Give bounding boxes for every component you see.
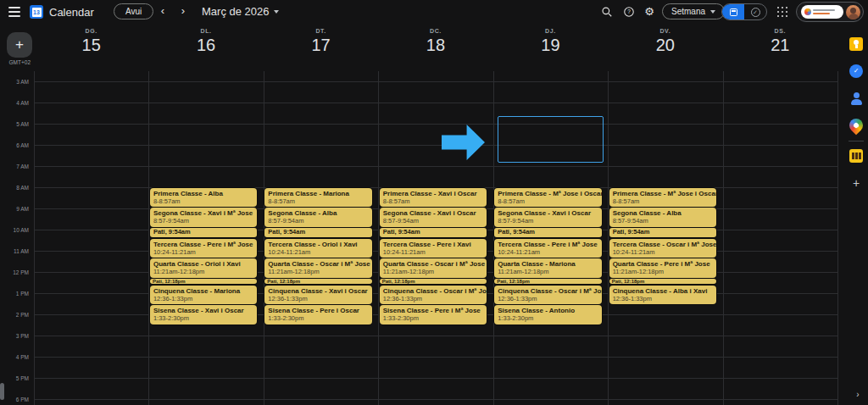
event-time: 11:21am-12:18pm [613,268,713,275]
event-title: Pati, 12:18pm [497,279,598,284]
event-title: Segona Classe - Alba [268,209,368,217]
google-apps-grid-icon[interactable] [777,7,787,17]
event-block[interactable]: Pati, 9:54am [494,228,601,237]
event-time: 8:57-9:54am [383,217,483,225]
event-block[interactable]: Cinquena Classe - Mariona12:36-1:33pm [150,286,257,304]
search-icon[interactable] [601,6,613,18]
day-number[interactable]: 20 [608,36,722,55]
calendar-view-toggle-icon[interactable] [722,4,744,19]
event-block[interactable]: Tercera Classe - Pere i Mª Jose10:24-11:… [150,239,257,258]
account-chip[interactable] [796,2,864,22]
event-block[interactable]: Pati, 9:54am [380,228,487,237]
event-block[interactable]: Pati, 12:18pm [380,279,487,284]
day-number[interactable]: 16 [148,36,263,55]
event-title: Tercera Classe - Oscar i Mª Jose [613,241,713,248]
event-block[interactable]: Sisena Classe - Pere i Mª Jose1:33-2:30p… [380,305,487,324]
day-number[interactable]: 18 [378,36,492,55]
column-gridline [34,71,35,405]
event-block[interactable]: Tercera Classe - Oscar i Mª Jose10:24-11… [609,239,716,258]
event-block[interactable]: Segona Classe - Xavi i Mª Jose8:57-9:54a… [150,208,257,226]
event-block[interactable]: Tercera Classe - Oriol i Xavi10:24-11:21… [264,239,371,258]
collapse-panel-icon[interactable]: › [853,390,863,400]
day-number[interactable]: 17 [264,36,378,55]
day-header-17: DT.17 [264,25,378,66]
column-gridline [723,71,724,405]
today-button[interactable]: Avui [114,3,153,19]
event-block[interactable]: Cinquena Classe - Oscar i Mª Jose12:36-1… [494,286,601,304]
tasks-view-toggle-icon[interactable]: ✓ [744,4,766,19]
event-block[interactable]: Segona Classe - Xavi i Oscar8:57-9:54am [380,208,487,226]
app-title: Calendar [49,6,94,19]
help-icon[interactable]: ? [623,6,635,18]
event-block[interactable]: Quarta Classe - Oriol i Xavi11:21am-12:1… [150,258,257,277]
event-block[interactable]: Cinquena Classe - Alba i Xavi12:36-1:33p… [609,286,716,304]
event-block[interactable]: Primera Classe - Mª Jose i Oscar8-8:57am [609,188,716,207]
day-number[interactable]: 15 [34,36,148,55]
column-gridline [837,71,838,405]
day-name-label: DS. [723,28,837,34]
event-block[interactable]: Quarta Classe - Oscar i Mª Jose11:21am-1… [264,258,371,277]
event-block[interactable]: Segona Classe - Alba8:57-9:54am [264,208,371,226]
event-time: 8-8:57am [383,197,483,205]
event-title: Sisena Classe - Antonio [498,307,598,314]
current-period-selector[interactable]: Març de 2026 [202,5,279,18]
view-selector-dropdown[interactable]: Setmana [662,3,725,19]
event-block[interactable]: Sisena Classe - Xavi i Oscar1:33-2:30pm [150,305,257,324]
event-time: 10:24-11:21am [383,248,483,256]
get-addons-icon[interactable]: + [849,176,863,190]
event-block[interactable]: Cinquena Classe - Xavi i Oscar12:36-1:33… [264,286,371,304]
event-block[interactable]: Pati, 9:54am [609,228,716,237]
event-block[interactable]: Pati, 12:18pm [150,279,257,284]
tasks-icon[interactable]: ✓ [849,64,863,78]
main-menu-icon[interactable] [8,7,20,17]
day-header-20: DV.20 [608,25,722,66]
hour-label: 5 PM [0,375,29,381]
event-block[interactable]: Primera Classe - Xavi i Oscar8-8:57am [380,188,487,207]
user-avatar[interactable] [846,5,860,19]
event-block[interactable]: Pati, 12:18pm [609,279,716,284]
settings-gear-icon[interactable]: ⚙ [643,6,655,18]
highlighted-time-slot[interactable] [498,116,604,163]
event-block[interactable]: Sisena Classe - Pere i Oscar1:33-2:30pm [264,305,371,324]
event-block[interactable]: Pati, 12:18pm [264,279,371,284]
vertical-scrollbar[interactable] [0,383,4,400]
event-block[interactable]: Quarta Classe - Oscar i Mª Jose11:21am-1… [380,258,487,277]
event-title: Segona Classe - Xavi i Oscar [498,209,598,217]
calendar-tasks-toggle[interactable]: ✓ [721,3,767,20]
event-block[interactable]: Primera Classe - Mariona8-8:57am [264,188,371,207]
column-gridline [378,71,379,405]
event-block[interactable]: Tercera Classe - Pere i Xavi10:24-11:21a… [380,239,487,258]
keep-icon[interactable] [849,37,863,51]
event-block[interactable]: Segona Classe - Xavi i Oscar8:57-9:54am [494,208,601,226]
contacts-icon[interactable] [849,92,863,105]
event-title: Primera Classe - Mariona [268,190,368,197]
event-title: Segona Classe - Xavi i Oscar [383,209,483,217]
event-block[interactable]: Pati, 9:54am [264,228,371,237]
event-block[interactable]: Segona Classe - Alba8:57-9:54am [609,208,716,226]
maps-icon[interactable] [847,116,866,136]
event-block[interactable]: Primera Classe - Alba8-8:57am [150,188,257,207]
day-header-15: DG.15 [34,25,148,66]
day-name-label: DT. [264,28,378,34]
next-week-icon[interactable]: › [176,4,190,18]
previous-week-icon[interactable]: ‹ [156,4,170,18]
event-block[interactable]: Quarta Classe - Mariona11:21am-12:18pm [494,258,601,277]
event-block[interactable]: Pati, 9:54am [150,228,257,237]
addon-icon[interactable] [849,149,863,163]
create-event-button[interactable]: + [7,32,32,58]
event-block[interactable]: Quarta Classe - Pere i Mª Jose11:21am-12… [609,258,716,277]
event-title: Pati, 12:18pm [267,279,369,284]
column-gridline [608,71,609,405]
event-block[interactable]: Primera Classe - Mª Jose i Oscar8-8:57am [494,188,601,207]
hour-label: 4 PM [0,354,29,360]
day-number[interactable]: 21 [723,36,837,55]
event-time: 12:36-1:33pm [383,295,483,302]
event-block[interactable]: Pati, 12:18pm [494,279,601,284]
day-number[interactable]: 19 [493,36,608,55]
event-block[interactable]: Cinquena Classe - Oscar i Mª Jose12:36-1… [380,286,487,304]
event-time: 12:36-1:33pm [498,295,598,302]
event-block[interactable]: Tercera Classe - Pere i Mª Jose10:24-11:… [494,239,601,258]
event-time: 12:36-1:33pm [153,295,253,302]
column-gridline [264,71,264,405]
event-block[interactable]: Sisena Classe - Antonio1:33-2:30pm [494,305,601,324]
